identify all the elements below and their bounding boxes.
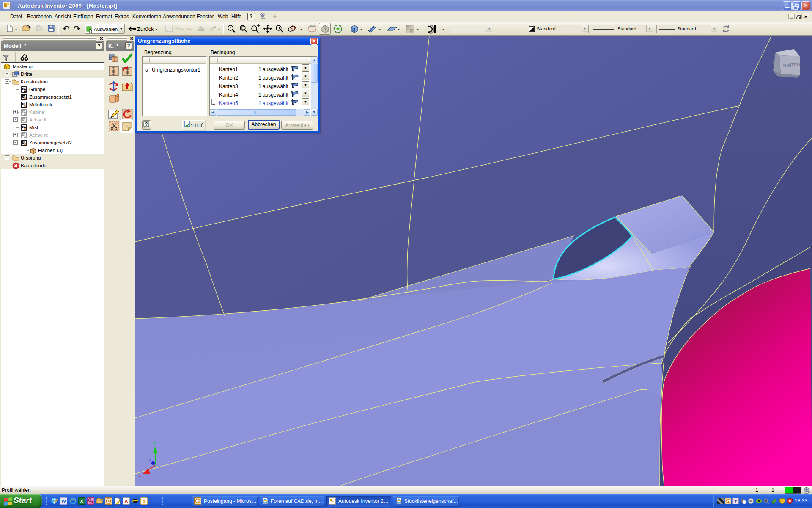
svg-text:Skizze: Skizze (175, 25, 190, 32)
svg-text:?: ? (145, 122, 148, 127)
svg-text:X: X (139, 474, 141, 478)
svg-text:Zurück: Zurück (137, 26, 154, 32)
svg-text:Y: Y (153, 442, 156, 446)
svg-text:!: ! (781, 499, 782, 503)
svg-text:Z: Z (148, 458, 151, 462)
